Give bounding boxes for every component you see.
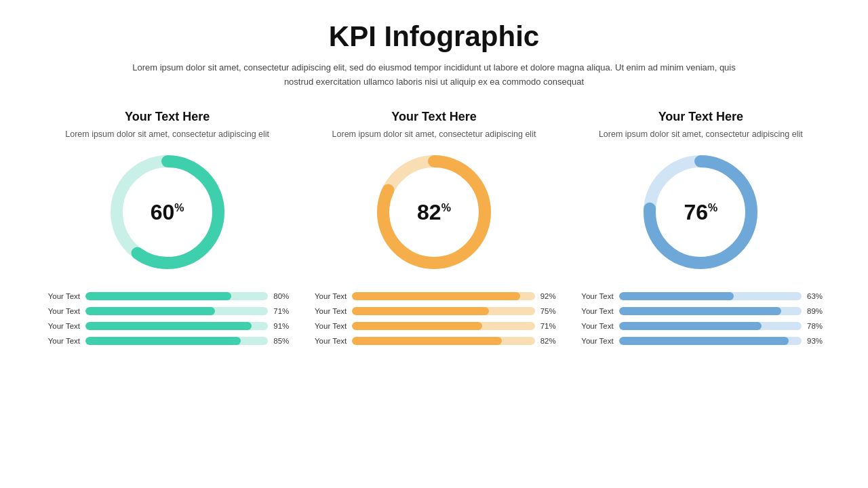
bar-label: Your Text xyxy=(307,307,347,315)
page-subtitle: Lorem ipsum dolor sit amet, consectetur … xyxy=(129,61,739,89)
col-3-bars: Your Text 63% Your Text 89% Your Text 78… xyxy=(574,292,827,352)
bar-track xyxy=(352,322,534,330)
col-3-bar-row-4: Your Text 93% xyxy=(574,337,827,345)
col-3-bar-row-2: Your Text 89% xyxy=(574,307,827,315)
column-3: Your Text HereLorem ipsum dolor sit amet… xyxy=(574,110,827,352)
col-2-donut: 82% xyxy=(373,151,495,273)
bar-track xyxy=(85,337,268,345)
col-1-bar-row-3: Your Text 91% xyxy=(41,322,294,330)
bar-fill xyxy=(619,307,782,315)
column-1: Your Text HereLorem ipsum dolor sit amet… xyxy=(41,110,294,352)
col-2-bar-row-3: Your Text 71% xyxy=(307,322,560,330)
col-3-bar-row-3: Your Text 78% xyxy=(574,322,827,330)
bar-track xyxy=(619,337,802,345)
col-1-description: Lorem ipsum dolor sit amet, consectetur … xyxy=(65,128,269,141)
bar-track xyxy=(619,322,802,330)
bar-pct: 82% xyxy=(540,337,561,345)
bar-track xyxy=(85,292,268,300)
bar-label: Your Text xyxy=(307,292,347,300)
bar-track xyxy=(619,292,802,300)
column-2: Your Text HereLorem ipsum dolor sit amet… xyxy=(307,110,560,352)
col-2-bar-row-4: Your Text 82% xyxy=(307,337,560,345)
bar-track xyxy=(352,307,534,315)
bar-fill xyxy=(619,322,762,330)
columns-container: Your Text HereLorem ipsum dolor sit amet… xyxy=(41,110,827,352)
bar-label: Your Text xyxy=(307,322,347,330)
bar-fill xyxy=(352,292,520,300)
bar-fill xyxy=(352,307,489,315)
bar-fill xyxy=(352,337,502,345)
bar-pct: 78% xyxy=(807,322,827,330)
col-1-bars: Your Text 80% Your Text 71% Your Text 91… xyxy=(41,292,294,352)
bar-fill xyxy=(85,337,241,345)
col-2-title: Your Text Here xyxy=(391,110,476,124)
col-1-donut: 60% xyxy=(106,151,229,273)
bar-pct: 85% xyxy=(273,337,294,345)
col-2-donut-value: 82% xyxy=(417,200,451,225)
bar-fill xyxy=(619,292,734,300)
bar-pct: 93% xyxy=(807,337,827,345)
bar-fill xyxy=(85,292,231,300)
bar-pct: 80% xyxy=(273,292,294,300)
bar-fill xyxy=(85,307,215,315)
col-3-description: Lorem ipsum dolor sit amet, consectetur … xyxy=(599,128,803,141)
bar-label: Your Text xyxy=(307,337,347,345)
bar-label: Your Text xyxy=(574,292,614,300)
col-1-title: Your Text Here xyxy=(125,110,210,124)
bar-fill xyxy=(352,322,481,330)
col-2-bars: Your Text 92% Your Text 75% Your Text 71… xyxy=(307,292,560,352)
col-2-bar-row-2: Your Text 75% xyxy=(307,307,560,315)
col-3-donut-value: 76% xyxy=(684,200,717,225)
col-3-bar-row-1: Your Text 63% xyxy=(574,292,827,300)
bar-track xyxy=(85,322,268,330)
bar-label: Your Text xyxy=(574,322,614,330)
bar-label: Your Text xyxy=(574,307,614,315)
col-3-donut: 76% xyxy=(639,151,762,273)
bar-pct: 75% xyxy=(540,307,561,315)
bar-label: Your Text xyxy=(41,322,80,330)
bar-pct: 63% xyxy=(807,292,827,300)
page-title: KPI Infographic xyxy=(329,20,539,53)
bar-track xyxy=(352,337,534,345)
bar-track xyxy=(352,292,534,300)
col-1-bar-row-4: Your Text 85% xyxy=(41,337,294,345)
bar-label: Your Text xyxy=(41,307,80,315)
col-3-title: Your Text Here xyxy=(658,110,743,124)
bar-label: Your Text xyxy=(574,337,614,345)
col-1-bar-row-2: Your Text 71% xyxy=(41,307,294,315)
col-1-donut-value: 60% xyxy=(151,200,184,225)
bar-track xyxy=(85,307,268,315)
col-1-bar-row-1: Your Text 80% xyxy=(41,292,294,300)
bar-pct: 89% xyxy=(807,307,827,315)
col-2-bar-row-1: Your Text 92% xyxy=(307,292,560,300)
bar-pct: 71% xyxy=(540,322,561,330)
bar-pct: 92% xyxy=(540,292,561,300)
bar-label: Your Text xyxy=(41,337,80,345)
bar-track xyxy=(619,307,802,315)
bar-pct: 71% xyxy=(273,307,294,315)
col-2-description: Lorem ipsum dolor sit amet, consectetur … xyxy=(332,128,536,141)
bar-pct: 91% xyxy=(273,322,294,330)
bar-label: Your Text xyxy=(41,292,80,300)
bar-fill xyxy=(619,337,789,345)
bar-fill xyxy=(85,322,252,330)
